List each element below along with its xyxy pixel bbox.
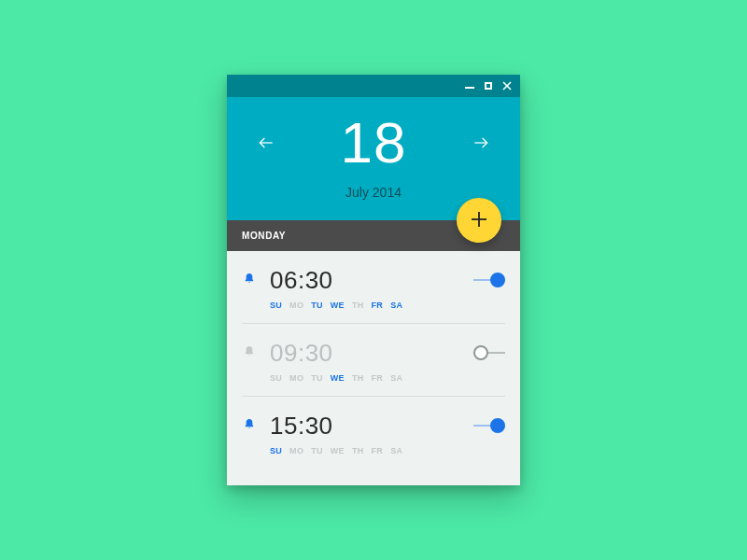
day-number: 18 [341, 114, 407, 172]
alarm-body: 09:30SUMOTUWETHFRSA [270, 339, 464, 383]
weekday-label: MONDAY [242, 231, 286, 241]
day-toggle[interactable]: TH [352, 373, 364, 383]
day-toggle[interactable]: WE [331, 446, 345, 455]
weekday-bar: MONDAY [227, 220, 520, 251]
window-minimize-button[interactable] [464, 80, 475, 91]
day-toggle[interactable]: TU [311, 373, 323, 383]
bell-icon [242, 272, 257, 287]
day-toggle[interactable]: FR [372, 301, 384, 310]
day-toggle[interactable]: FR [372, 373, 384, 383]
day-toggle[interactable]: MO [289, 301, 303, 310]
day-toggle[interactable]: WE [331, 301, 345, 310]
alarm-time[interactable]: 09:30 [270, 339, 464, 368]
bell-icon [242, 417, 257, 432]
day-toggle[interactable]: SU [270, 446, 282, 455]
prev-day-button[interactable] [253, 130, 279, 156]
day-toggle[interactable]: FR [372, 446, 384, 455]
day-toggle[interactable]: SU [270, 301, 282, 310]
day-toggle[interactable]: SA [390, 446, 402, 455]
window-maximize-button[interactable] [483, 80, 494, 91]
alarm-time[interactable]: 15:30 [270, 412, 464, 441]
alarm-days: SUMOTUWETHFRSA [270, 301, 464, 310]
plus-icon [471, 211, 487, 230]
alarm-row: 15:30SUMOTUWETHFRSA [242, 397, 505, 469]
alarm-list: 06:30SUMOTUWETHFRSA09:30SUMOTUWETHFRSA15… [227, 251, 520, 485]
alarm-body: 06:30SUMOTUWETHFRSA [270, 266, 464, 310]
alarm-days: SUMOTUWETHFRSA [270, 373, 464, 383]
alarm-toggle[interactable] [473, 417, 505, 434]
day-toggle[interactable]: TH [352, 301, 364, 310]
day-toggle[interactable]: SA [390, 301, 402, 310]
window-close-button[interactable] [501, 80, 513, 91]
day-toggle[interactable]: TU [311, 446, 323, 455]
alarm-body: 15:30SUMOTUWETHFRSA [270, 412, 464, 455]
add-alarm-button[interactable] [457, 198, 501, 243]
month-year-label: July 2014 [345, 185, 402, 200]
day-toggle[interactable]: TH [352, 446, 364, 455]
day-toggle[interactable]: SU [270, 373, 282, 383]
day-toggle[interactable]: MO [289, 446, 303, 455]
day-toggle[interactable]: WE [331, 373, 345, 383]
alarm-toggle[interactable] [473, 344, 505, 361]
day-toggle[interactable]: MO [289, 373, 303, 383]
next-day-button[interactable] [468, 130, 494, 156]
day-toggle[interactable]: SA [390, 373, 402, 383]
bell-icon [242, 344, 257, 359]
alarm-days: SUMOTUWETHFRSA [270, 446, 464, 455]
alarm-row: 06:30SUMOTUWETHFRSA [242, 251, 505, 324]
alarm-toggle[interactable] [473, 272, 505, 288]
alarm-row: 09:30SUMOTUWETHFRSA [242, 324, 505, 397]
day-toggle[interactable]: TU [311, 301, 323, 310]
window-titlebar [227, 75, 520, 97]
alarm-time[interactable]: 06:30 [270, 266, 464, 295]
alarm-card: 18 July 2014 MONDAY 06:30SUMOTUWETHFRSA0… [227, 75, 520, 485]
